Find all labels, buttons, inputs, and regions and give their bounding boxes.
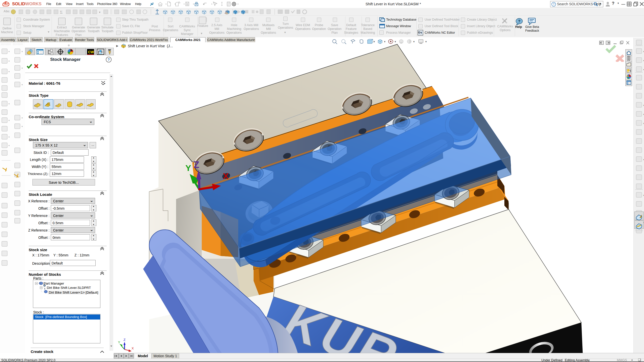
svg-text:Abc: Abc — [4, 9, 10, 13]
svg-text:Σ: Σ — [60, 10, 63, 15]
svg-text:?: ? — [553, 3, 554, 6]
svg-text:Y: Y — [118, 340, 120, 344]
svg-text:▼: ▼ — [643, 159, 644, 161]
svg-text:▼: ▼ — [21, 67, 23, 69]
svg-text:▼: ▼ — [21, 125, 23, 128]
svg-text:▼: ▼ — [643, 113, 644, 116]
svg-text:Dirt Bike Shift Lever<1> [Defa: Dirt Bike Shift Lever<1> [Default] — [49, 291, 98, 294]
svg-text:X: X — [223, 171, 229, 181]
svg-text:▼: ▼ — [99, 11, 101, 14]
svg-text:▼: ▼ — [8, 60, 10, 62]
svg-text:▼: ▼ — [8, 119, 10, 122]
svg-text:▼: ▼ — [643, 60, 644, 62]
svg-text:▼: ▼ — [8, 51, 10, 53]
svg-text:▼: ▼ — [384, 40, 386, 43]
svg-text:▼: ▼ — [373, 40, 375, 43]
svg-text:CW: CW — [88, 50, 94, 54]
svg-text:▼: ▼ — [394, 40, 396, 43]
svg-text:Y: Y — [185, 163, 191, 173]
svg-text:▼: ▼ — [8, 145, 10, 147]
svg-text:▼: ▼ — [21, 51, 23, 53]
svg-text:▼: ▼ — [643, 51, 644, 53]
svg-text:Part Manager: Part Manager — [44, 282, 64, 285]
svg-text:▼: ▼ — [425, 40, 427, 43]
svg-text:▼: ▼ — [643, 104, 644, 107]
svg-text:Dirt Bike Shift Lever.SLDPRT: Dirt Bike Shift Lever.SLDPRT — [47, 286, 91, 290]
svg-text:▼: ▼ — [8, 103, 10, 105]
svg-text:▼: ▼ — [8, 136, 10, 138]
svg-text:Z: Z — [124, 338, 126, 342]
svg-text:▼: ▼ — [643, 122, 644, 125]
svg-text:▼: ▼ — [8, 71, 10, 73]
svg-text:Z: Z — [194, 160, 199, 170]
svg-text:▼: ▼ — [21, 117, 23, 119]
svg-text:▼: ▼ — [21, 84, 23, 86]
svg-text:▼: ▼ — [643, 194, 644, 197]
svg-text:▼: ▼ — [643, 69, 644, 71]
svg-text:▼: ▼ — [413, 40, 415, 43]
svg-text:?: ? — [518, 19, 520, 23]
svg-text:?: ? — [108, 58, 110, 62]
svg-text:X: X — [132, 346, 134, 350]
